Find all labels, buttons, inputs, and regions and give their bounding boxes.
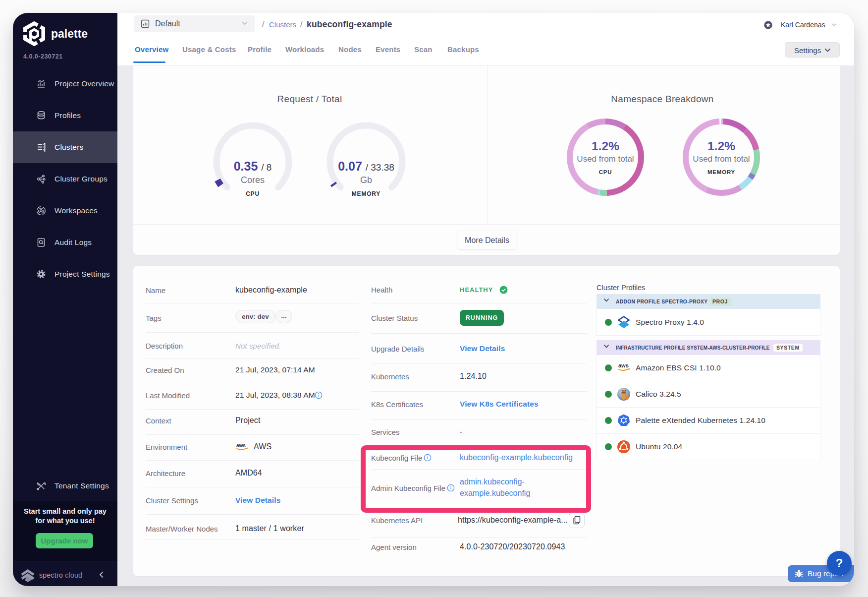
svg-text:aws: aws (236, 443, 246, 448)
svg-text:aws: aws (618, 362, 629, 368)
svg-text:palette: palette (51, 27, 88, 40)
